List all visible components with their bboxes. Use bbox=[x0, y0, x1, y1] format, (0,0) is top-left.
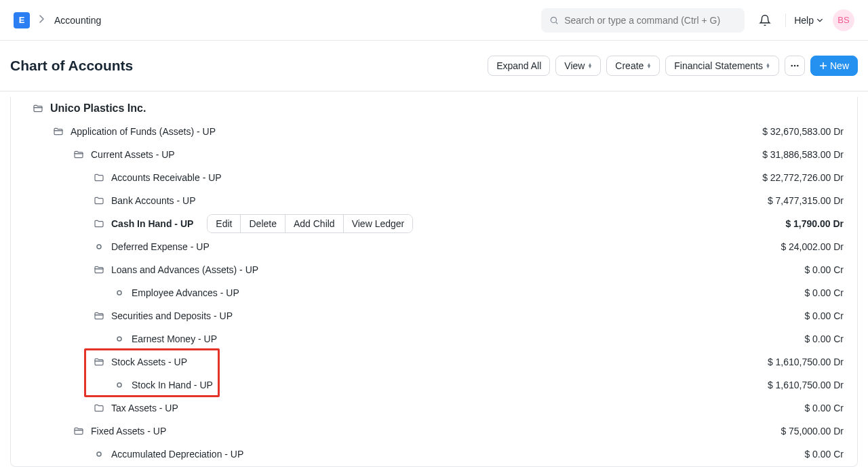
account-label[interactable]: Fixed Assets - UP bbox=[91, 426, 166, 436]
account-label[interactable]: Current Assets - UP bbox=[91, 149, 175, 160]
account-label[interactable]: Stock In Hand - UP bbox=[132, 380, 213, 390]
account-label[interactable]: Deferred Expense - UP bbox=[111, 241, 210, 252]
account-label[interactable]: Tax Assets - UP bbox=[111, 403, 178, 413]
balance-amount: $ 31,886,583.00 Dr bbox=[762, 149, 846, 160]
svg-point-9 bbox=[117, 337, 121, 341]
folder-open-icon bbox=[33, 103, 43, 114]
ellipsis-icon bbox=[791, 64, 799, 67]
svg-point-7 bbox=[97, 245, 101, 249]
folder-icon bbox=[94, 218, 104, 229]
financial-statements-label: Financial Statements bbox=[674, 60, 763, 71]
balance-amount: $ 1,790.00 Dr bbox=[785, 218, 846, 229]
account-label[interactable]: Bank Accounts - UP bbox=[111, 195, 196, 206]
row-actions: EditDeleteAdd ChildView Ledger bbox=[207, 214, 413, 233]
account-label[interactable]: Unico Plastics Inc. bbox=[50, 102, 146, 115]
balance-amount: $ 1,610,750.00 Dr bbox=[768, 357, 846, 367]
account-label[interactable]: Cash In Hand - UP bbox=[111, 218, 193, 229]
svg-point-8 bbox=[117, 291, 121, 295]
tree-row[interactable]: Bank Accounts - UP$ 7,477,315.00 Dr bbox=[11, 189, 857, 212]
balance-amount: $ 22,772,726.00 Dr bbox=[762, 172, 846, 183]
edit-button[interactable]: Edit bbox=[208, 215, 240, 232]
tree-row[interactable]: Fixed Assets - UP$ 75,000.00 Dr bbox=[11, 420, 857, 443]
new-button[interactable]: New bbox=[810, 56, 858, 76]
tree-row[interactable]: Securities and Deposits - UP$ 0.00 Cr bbox=[11, 304, 857, 327]
sort-icon: ▲▼ bbox=[646, 63, 651, 68]
leaf-icon bbox=[94, 449, 104, 460]
view-button[interactable]: View ▲▼ bbox=[555, 56, 601, 76]
folder-icon bbox=[94, 195, 104, 206]
balance-amount: $ 0.00 Cr bbox=[804, 449, 846, 460]
balance-amount: $ 0.00 Cr bbox=[804, 403, 846, 413]
folder-open-icon bbox=[94, 264, 104, 275]
account-label[interactable]: Application of Funds (Assets) - UP bbox=[71, 126, 216, 137]
global-search[interactable] bbox=[541, 8, 745, 33]
divider bbox=[785, 14, 786, 27]
tree-row[interactable]: Current Assets - UP$ 31,886,583.00 Dr bbox=[11, 143, 857, 166]
tree-row[interactable]: Earnest Money - UP$ 0.00 Cr bbox=[11, 327, 857, 350]
tree-row[interactable]: Employee Advances - UP$ 0.00 Cr bbox=[11, 281, 857, 304]
create-label: Create bbox=[615, 60, 644, 71]
add-child-button[interactable]: Add Child bbox=[285, 215, 343, 232]
leaf-icon bbox=[114, 287, 125, 298]
balance-amount: $ 0.00 Cr bbox=[804, 264, 846, 275]
account-label[interactable]: Employee Advances - UP bbox=[132, 287, 239, 298]
account-label[interactable]: Loans and Advances (Assets) - UP bbox=[111, 264, 258, 275]
tree-row[interactable]: Tax Assets - UP$ 0.00 Cr bbox=[11, 397, 857, 420]
account-label[interactable]: Earnest Money - UP bbox=[132, 333, 217, 344]
balance-amount: $ 32,670,583.00 Dr bbox=[762, 126, 846, 137]
tree-row[interactable]: Unico Plastics Inc. bbox=[11, 97, 857, 120]
page-title: Chart of Accounts bbox=[10, 58, 133, 74]
balance-amount: $ 0.00 Cr bbox=[804, 287, 846, 298]
chevron-right-icon bbox=[39, 15, 45, 25]
search-icon bbox=[549, 16, 559, 25]
financial-statements-button[interactable]: Financial Statements ▲▼ bbox=[665, 56, 779, 76]
svg-line-1 bbox=[556, 22, 558, 24]
folder-open-icon bbox=[73, 426, 84, 436]
leaf-icon bbox=[94, 241, 104, 252]
help-label: Help bbox=[794, 15, 814, 26]
sort-icon: ▲▼ bbox=[587, 63, 592, 68]
help-button[interactable]: Help bbox=[794, 15, 823, 26]
tree-row[interactable]: Accounts Receivable - UP$ 22,772,726.00 … bbox=[11, 166, 857, 189]
leaf-icon bbox=[114, 380, 125, 390]
expand-all-button[interactable]: Expand All bbox=[488, 56, 550, 76]
avatar[interactable]: BS bbox=[833, 9, 854, 31]
create-button[interactable]: Create ▲▼ bbox=[606, 56, 660, 76]
app-logo[interactable]: E bbox=[14, 12, 30, 28]
view-ledger-button[interactable]: View Ledger bbox=[343, 215, 413, 232]
folder-icon bbox=[94, 403, 104, 413]
search-input[interactable] bbox=[564, 15, 736, 26]
breadcrumb[interactable]: Accounting bbox=[54, 15, 101, 26]
folder-open-icon bbox=[53, 126, 64, 137]
balance-amount: $ 7,477,315.00 Dr bbox=[768, 195, 846, 206]
account-label[interactable]: Stock Assets - UP bbox=[111, 357, 187, 367]
account-label[interactable]: Securities and Deposits - UP bbox=[111, 310, 233, 321]
tree-row[interactable]: Loans and Advances (Assets) - UP$ 0.00 C… bbox=[11, 258, 857, 281]
new-label: New bbox=[830, 60, 849, 71]
svg-point-2 bbox=[791, 65, 793, 67]
folder-open-icon bbox=[94, 357, 104, 367]
tree-row[interactable]: Accumulated Depreciation - UP$ 0.00 Cr bbox=[11, 443, 857, 466]
notifications-button[interactable] bbox=[753, 8, 777, 33]
plus-icon bbox=[819, 62, 827, 70]
svg-point-0 bbox=[551, 17, 557, 22]
account-label[interactable]: Accounts Receivable - UP bbox=[111, 172, 222, 183]
svg-point-4 bbox=[797, 65, 799, 67]
more-button[interactable] bbox=[785, 56, 805, 76]
svg-point-3 bbox=[794, 65, 796, 67]
balance-amount: $ 0.00 Cr bbox=[804, 333, 846, 344]
sort-icon: ▲▼ bbox=[766, 63, 770, 68]
balance-amount: $ 0.00 Cr bbox=[804, 310, 846, 321]
account-label[interactable]: Accumulated Depreciation - UP bbox=[111, 449, 243, 460]
tree-row[interactable]: Cash In Hand - UPEditDeleteAdd ChildView… bbox=[11, 212, 857, 235]
folder-icon bbox=[94, 172, 104, 183]
tree-row[interactable]: Application of Funds (Assets) - UP$ 32,6… bbox=[11, 120, 857, 143]
folder-open-icon bbox=[73, 149, 84, 160]
tree-row[interactable]: Stock In Hand - UP$ 1,610,750.00 Dr bbox=[11, 373, 857, 397]
tree-row[interactable]: Deferred Expense - UP$ 24,002.00 Dr bbox=[11, 235, 857, 258]
tree-row[interactable]: Stock Assets - UP$ 1,610,750.00 Dr bbox=[11, 350, 857, 373]
view-label: View bbox=[564, 60, 585, 71]
delete-button[interactable]: Delete bbox=[240, 215, 284, 232]
balance-amount: $ 24,002.00 Dr bbox=[781, 241, 846, 252]
balance-amount: $ 1,610,750.00 Dr bbox=[768, 380, 846, 390]
